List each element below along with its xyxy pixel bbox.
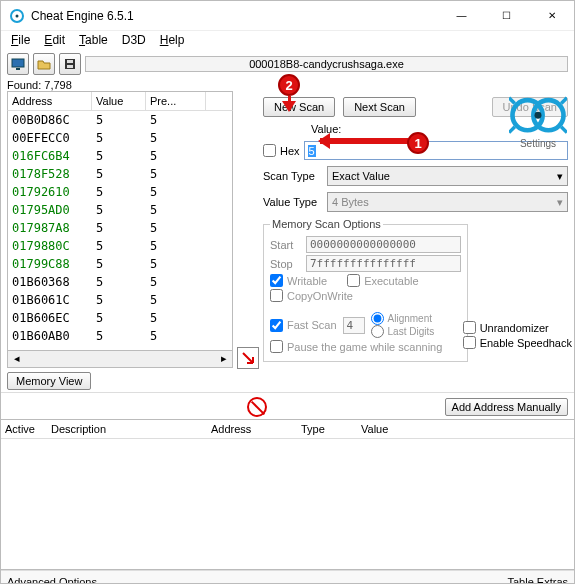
scroll-left-icon[interactable]: ◂ (8, 351, 25, 366)
cheat-table-body[interactable] (1, 439, 574, 569)
menu-edit[interactable]: Edit (40, 33, 69, 49)
titlebar: Cheat Engine 6.5.1 — ☐ ✕ (1, 1, 574, 31)
arrow-bottom-right-icon (241, 351, 255, 365)
mso-legend: Memory Scan Options (270, 218, 383, 230)
annotation-1: 1 (407, 132, 429, 154)
hex-checkbox[interactable]: Hex (263, 144, 300, 157)
results-hscroll[interactable]: ◂ ▸ (7, 351, 233, 368)
svg-point-1 (16, 14, 19, 17)
table-row[interactable]: 01B6061C55 (8, 291, 232, 309)
settings-label: Settings (509, 138, 567, 149)
table-row[interactable]: 01B606EC55 (8, 309, 232, 327)
menu-d3d[interactable]: D3D (118, 33, 150, 49)
unrandomizer-checkbox[interactable]: Unrandomizer (463, 321, 572, 334)
ct-col-value[interactable]: Value (361, 423, 570, 435)
open-file-button[interactable] (33, 53, 55, 75)
alignment-radio[interactable]: Alignment (371, 312, 435, 325)
last-digits-radio[interactable]: Last Digits (371, 325, 435, 338)
scan-type-select[interactable]: Exact Value ▾ (327, 166, 568, 186)
table-row[interactable]: 0178F52855 (8, 165, 232, 183)
svg-rect-6 (67, 65, 73, 68)
maximize-button[interactable]: ☐ (484, 1, 529, 30)
save-button[interactable] (59, 53, 81, 75)
value-type-label: Value Type (263, 196, 323, 208)
close-button[interactable]: ✕ (529, 1, 574, 30)
start-label: Start (270, 239, 300, 251)
ct-col-type[interactable]: Type (301, 423, 361, 435)
cheat-engine-logo-icon (509, 92, 567, 138)
save-icon (63, 57, 77, 71)
table-row[interactable]: 00B0D86C55 (8, 111, 232, 129)
ct-col-active[interactable]: Active (5, 423, 51, 435)
annotation-2-arrow (288, 96, 291, 110)
settings-button[interactable]: Settings (509, 92, 567, 149)
svg-rect-2 (12, 59, 24, 67)
col-previous[interactable]: Pre... (146, 92, 206, 110)
table-row[interactable]: 016FC6B455 (8, 147, 232, 165)
menu-table[interactable]: Table (75, 33, 112, 49)
window-title: Cheat Engine 6.5.1 (31, 9, 439, 23)
results-header: Address Value Pre... (7, 91, 233, 111)
table-row[interactable]: 01B60AB055 (8, 327, 232, 345)
results-list[interactable]: 00B0D86C5500EFECC055016FC6B4550178F52855… (7, 111, 233, 351)
ct-col-address[interactable]: Address (211, 423, 301, 435)
svg-rect-3 (16, 68, 20, 70)
table-row[interactable]: 017987A855 (8, 219, 232, 237)
cheat-table[interactable]: Active Description Address Type Value (1, 419, 574, 570)
app-icon (9, 8, 25, 24)
annotation-2: 2 (278, 74, 300, 96)
statusbar: Advanced Options Table Extras (1, 570, 574, 584)
new-scan-button[interactable]: New Scan (263, 97, 335, 117)
memory-scan-options: Memory Scan Options Start Stop Writable … (263, 218, 468, 362)
col-value[interactable]: Value (92, 92, 146, 110)
copyonwrite-checkbox[interactable]: CopyOnWrite (270, 289, 353, 302)
value-type-select[interactable]: 4 Bytes ▾ (327, 192, 568, 212)
ct-col-description[interactable]: Description (51, 423, 211, 435)
table-row[interactable]: 01795AD055 (8, 201, 232, 219)
memory-view-button[interactable]: Memory View (7, 372, 91, 390)
open-process-button[interactable] (7, 53, 29, 75)
stop-label: Stop (270, 258, 300, 270)
next-scan-button[interactable]: Next Scan (343, 97, 416, 117)
add-address-manually-button[interactable]: Add Address Manually (445, 398, 568, 416)
chevron-down-icon: ▾ (557, 196, 563, 209)
minimize-button[interactable]: — (439, 1, 484, 30)
menu-file[interactable]: File (7, 33, 34, 49)
annotation-1-arrow (320, 138, 408, 144)
table-row[interactable]: 0179880C55 (8, 237, 232, 255)
clear-list-button[interactable] (247, 397, 267, 417)
fast-scan-checkbox[interactable]: Fast Scan (270, 319, 337, 332)
table-row[interactable]: 01799C8855 (8, 255, 232, 273)
speedhack-checkbox[interactable]: Enable Speedhack (463, 336, 572, 349)
table-row[interactable]: 0179261055 (8, 183, 232, 201)
writable-checkbox[interactable]: Writable (270, 274, 327, 287)
svg-rect-5 (67, 60, 73, 63)
folder-open-icon (37, 57, 51, 71)
menu-help[interactable]: Help (156, 33, 189, 49)
cheat-table-header: Active Description Address Type Value (1, 420, 574, 439)
svg-point-9 (535, 112, 542, 119)
table-extras-button[interactable]: Table Extras (507, 576, 568, 585)
table-row[interactable]: 00EFECC055 (8, 129, 232, 147)
menubar: File Edit Table D3D Help (1, 31, 574, 51)
executable-checkbox[interactable]: Executable (347, 274, 418, 287)
add-to-cheatlist-button[interactable] (237, 347, 259, 369)
scroll-right-icon[interactable]: ▸ (215, 351, 232, 366)
start-input[interactable] (306, 236, 461, 253)
pause-checkbox[interactable]: Pause the game while scanning (270, 340, 442, 353)
mid-toolbar: Add Address Manually (1, 392, 574, 419)
process-label: 000018B8-candycrushsaga.exe (85, 56, 568, 72)
monitor-icon (11, 57, 25, 71)
table-row[interactable]: 01B6036855 (8, 273, 232, 291)
chevron-down-icon: ▾ (557, 170, 563, 183)
scan-type-label: Scan Type (263, 170, 323, 182)
col-address[interactable]: Address (8, 92, 92, 110)
results-panel: Address Value Pre... 00B0D86C5500EFECC05… (7, 91, 233, 390)
fast-scan-value[interactable] (343, 317, 365, 334)
advanced-options-button[interactable]: Advanced Options (7, 576, 97, 585)
stop-input[interactable] (306, 255, 461, 272)
